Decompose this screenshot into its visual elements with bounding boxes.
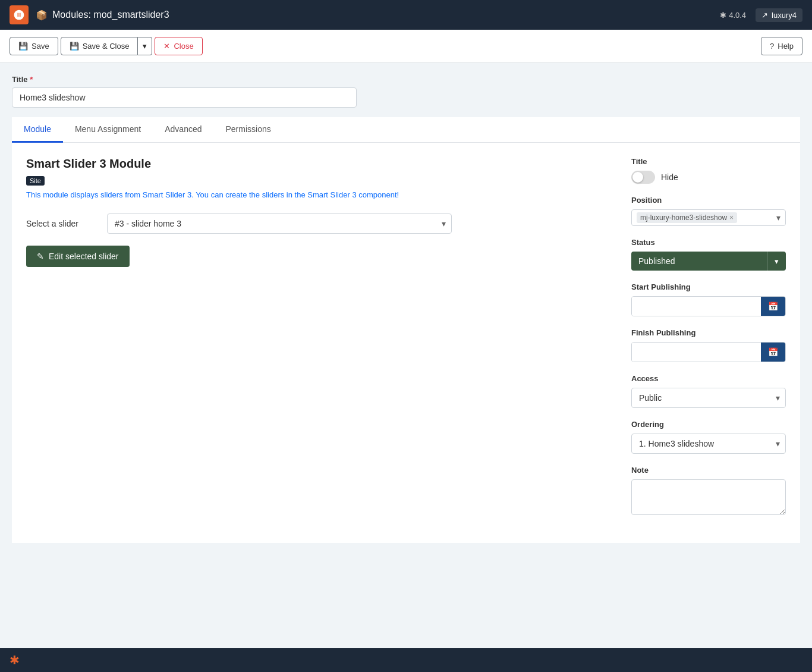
- finish-publishing-input[interactable]: [632, 343, 761, 362]
- joomla-logo[interactable]: [10, 5, 29, 24]
- toggle-hide-label: Hide: [661, 172, 678, 182]
- sidebar-title-section: Title Hide: [631, 157, 786, 184]
- status-dropdown-button[interactable]: ▾: [767, 252, 786, 271]
- section-title: Smart Slider 3 Module: [26, 157, 608, 171]
- close-button[interactable]: ✕ Close: [155, 37, 202, 55]
- topbar-title: 📦 Modules: mod_smartslider3: [36, 10, 169, 21]
- sidebar-ordering-section: Ordering 1. Home3 slideshow ▾: [631, 420, 786, 454]
- save-close-dropdown-button[interactable]: ▾: [138, 37, 152, 55]
- slider-select-wrapper: #3 - slider home 3 ▾: [107, 213, 452, 234]
- sidebar-status-section: Status Published ▾: [631, 238, 786, 271]
- sidebar-finish-publishing-section: Finish Publishing 📅: [631, 328, 786, 362]
- sidebar-note-section: Note: [631, 466, 786, 517]
- title-field-label: Title *: [12, 75, 800, 84]
- status-group: Published ▾: [631, 252, 786, 271]
- tab-module[interactable]: Module: [12, 117, 63, 143]
- content-area: Title * Module Menu Assignment Advanced …: [0, 63, 812, 555]
- site-badge: Site: [26, 176, 45, 186]
- sidebar-start-publishing-section: Start Publishing 📅: [631, 282, 786, 316]
- topbar-right: ✱ 4.0.4 ↗ luxury4: [720, 8, 802, 22]
- title-toggle-row: Hide: [631, 171, 786, 184]
- tab-advanced[interactable]: Advanced: [153, 117, 213, 143]
- edit-icon: ✎: [37, 252, 44, 261]
- start-publishing-field: 📅: [631, 296, 786, 316]
- module-icon: 📦: [36, 10, 48, 21]
- access-select[interactable]: Public: [631, 388, 786, 408]
- chevron-down-icon: ▾: [775, 257, 779, 266]
- save-close-button[interactable]: 💾 Save & Close: [61, 37, 139, 55]
- edit-slider-button[interactable]: ✎ Edit selected slider: [26, 246, 130, 267]
- position-dropdown-arrow[interactable]: ▾: [776, 213, 780, 222]
- save-close-group: 💾 Save & Close ▾: [61, 37, 153, 55]
- tabs-list: Module Menu Assignment Advanced Permissi…: [12, 117, 800, 142]
- title-input[interactable]: [12, 87, 357, 108]
- position-field[interactable]: mj-luxury-home3-slideshow × ▾: [631, 209, 786, 226]
- description-text: This module displays sliders from Smart …: [26, 190, 608, 199]
- topbar-left: 📦 Modules: mod_smartslider3: [10, 5, 169, 24]
- tab-permissions[interactable]: Permissions: [214, 117, 283, 143]
- topbar: 📦 Modules: mod_smartslider3 ✱ 4.0.4 ↗ lu…: [0, 0, 812, 30]
- calendar-icon: 📅: [768, 302, 778, 311]
- help-button[interactable]: ? Help: [761, 37, 802, 55]
- calendar-icon: 📅: [768, 347, 778, 357]
- left-content: Smart Slider 3 Module Site This module d…: [26, 157, 608, 529]
- start-publishing-calendar-button[interactable]: 📅: [761, 297, 785, 316]
- save-icon: 💾: [18, 42, 28, 51]
- note-textarea[interactable]: [631, 479, 786, 515]
- save-button[interactable]: 💾 Save: [10, 37, 58, 55]
- toolbar-left: 💾 Save 💾 Save & Close ▾ ✕ Close: [10, 37, 203, 55]
- external-link-icon: ↗: [761, 11, 768, 20]
- sidebar-position-section: Position mj-luxury-home3-slideshow × ▾: [631, 196, 786, 226]
- main-panel: Smart Slider 3 Module Site This module d…: [12, 143, 800, 543]
- select-slider-label: Select a slider: [26, 219, 97, 228]
- title-section: Title *: [12, 75, 800, 108]
- toggle-knob: [632, 172, 643, 183]
- required-marker: *: [30, 75, 33, 84]
- start-publishing-input[interactable]: [632, 297, 761, 316]
- close-icon: ✕: [163, 42, 170, 51]
- slider-select-row: Select a slider #3 - slider home 3 ▾: [26, 213, 608, 234]
- tab-menu-assignment[interactable]: Menu Assignment: [63, 117, 153, 143]
- title-toggle[interactable]: [631, 171, 655, 184]
- status-button[interactable]: Published: [631, 252, 767, 271]
- finish-publishing-field: 📅: [631, 342, 786, 362]
- chevron-down-icon: ▾: [143, 42, 147, 51]
- access-select-wrapper: Public ▾: [631, 388, 786, 408]
- sidebar-access-section: Access Public ▾: [631, 374, 786, 408]
- right-sidebar: Title Hide Position mj-luxury-home3-slid…: [631, 157, 786, 529]
- help-wrap: ? Help: [761, 37, 802, 55]
- toolbar: 💾 Save 💾 Save & Close ▾ ✕ Close ? Help: [0, 30, 812, 63]
- topbar-version: ✱ 4.0.4: [720, 11, 746, 20]
- position-tag-remove[interactable]: ×: [729, 213, 734, 222]
- position-tag: mj-luxury-home3-slideshow ×: [637, 212, 737, 223]
- ordering-select-wrapper: 1. Home3 slideshow ▾: [631, 434, 786, 454]
- topbar-user[interactable]: ↗ luxury4: [756, 8, 802, 22]
- help-icon: ?: [770, 42, 774, 51]
- version-icon: ✱: [720, 11, 726, 20]
- slider-select[interactable]: #3 - slider home 3: [107, 213, 452, 234]
- save-close-icon: 💾: [70, 42, 79, 51]
- ordering-select[interactable]: 1. Home3 slideshow: [631, 434, 786, 454]
- finish-publishing-calendar-button[interactable]: 📅: [761, 343, 785, 362]
- tabs: Module Menu Assignment Advanced Permissi…: [12, 117, 800, 143]
